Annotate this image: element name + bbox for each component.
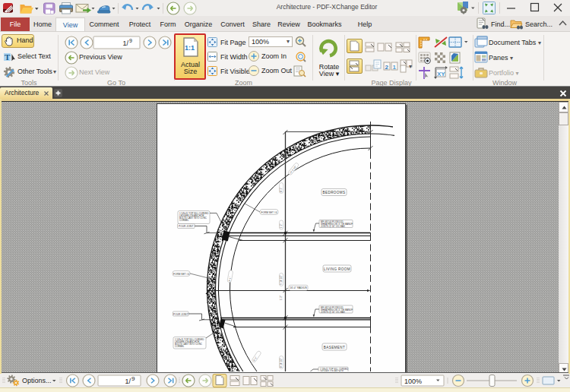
svg-text:9: 9 [129,38,132,43]
svg-text:8'-1": 8'-1" [280,188,283,192]
svg-text:XY: XY [437,71,445,77]
svg-text:1'-2": 1'-2" [280,224,283,229]
svg-text:16'-0" RADIUS: 16'-0" RADIUS [290,286,307,289]
svg-text:JOISTS @ 16" O/C MAX: JOISTS @ 16" O/C MAX [321,311,345,314]
svg-text:BASEMENT: BASEMENT [324,346,345,349]
svg-text:100%: 100% [404,378,422,385]
svg-text:FORM SET #4: FORM SET #4 [261,211,277,214]
svg-text:8'-10 1/2": 8'-10 1/2" [280,358,283,368]
svg-text:CORBEL: CORBEL [175,345,185,348]
svg-text:POUR JOINT: POUR JOINT [179,225,193,228]
svg-text:JOISTS @ 16" O/C MAX: JOISTS @ 16" O/C MAX [321,225,345,228]
svg-text:9: 9 [131,375,135,382]
svg-text:CORBEL: CORBEL [179,219,189,222]
svg-text:POUR JOINT: POUR JOINT [173,313,188,316]
svg-text:1: 1 [393,64,397,71]
svg-text:2: 2 [385,64,389,71]
svg-text:Search...: Search... [525,21,553,28]
svg-text:LEDGER (ON ANCHOR: LEDGER (ON ANCHOR [320,370,344,372]
svg-text:T: T [5,52,11,62]
svg-text:1'-2": 1'-2" [280,296,283,300]
svg-text:LIVING ROOM: LIVING ROOM [324,267,350,271]
svg-text:1:1: 1:1 [185,44,195,52]
svg-text:FORM SET #4: FORM SET #4 [173,273,189,276]
svg-text:Find...: Find... [491,21,510,28]
svg-text:BEDROOMS: BEDROOMS [323,191,346,194]
svg-text:1/: 1/ [125,378,131,385]
svg-text:1/: 1/ [122,40,128,47]
svg-text:Options...: Options... [22,377,52,384]
svg-text:9'-10 1/2": 9'-10 1/2" [280,275,283,285]
